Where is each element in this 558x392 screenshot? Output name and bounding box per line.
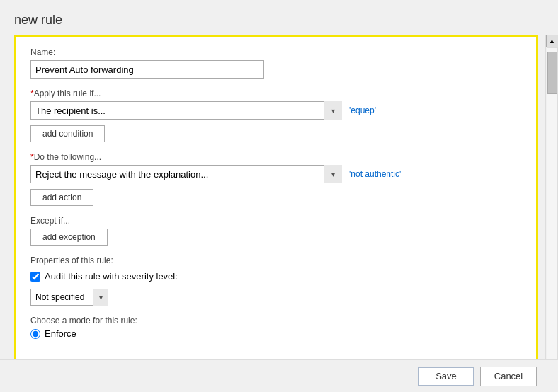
form-area: Name: Apply this rule if... The recipien… bbox=[0, 35, 545, 388]
enforce-radio[interactable] bbox=[30, 329, 40, 339]
enforce-label: Enforce bbox=[45, 328, 76, 339]
audit-checkbox[interactable] bbox=[30, 272, 40, 282]
mode-label: Choose a mode for this rule: bbox=[30, 316, 522, 325]
add-action-button[interactable]: add action bbox=[30, 189, 93, 206]
do-action-select[interactable]: Reject the message with the explanation.… bbox=[30, 165, 342, 183]
apply-condition-dropdown-wrapper: The recipient is... ▾ bbox=[30, 101, 342, 120]
rule-form-box: Name: Apply this rule if... The recipien… bbox=[14, 35, 538, 362]
page-title: new rule bbox=[0, 0, 558, 35]
enforce-radio-row: Enforce bbox=[30, 328, 522, 339]
audit-checkbox-row: Audit this rule with severity level: bbox=[30, 271, 522, 282]
scroll-track bbox=[547, 47, 558, 375]
do-action-row: Reject the message with the explanation.… bbox=[30, 165, 522, 183]
cancel-button[interactable]: Cancel bbox=[480, 367, 537, 386]
mode-section: Choose a mode for this rule: Enforce bbox=[30, 316, 522, 339]
do-action-section: Do the following... Reject the message w… bbox=[30, 152, 522, 206]
add-exception-button[interactable]: add exception bbox=[30, 229, 108, 246]
do-label: Do the following... bbox=[30, 152, 522, 162]
properties-label: Properties of this rule: bbox=[30, 255, 522, 265]
save-button[interactable]: Save bbox=[418, 367, 474, 386]
apply-condition-select[interactable]: The recipient is... bbox=[30, 101, 342, 120]
apply-condition-row: The recipient is... ▾ 'equep' bbox=[30, 101, 522, 120]
apply-label: Apply this rule if... bbox=[30, 88, 522, 98]
name-label: Name: bbox=[30, 47, 522, 57]
do-action-link[interactable]: 'not authentic' bbox=[349, 169, 401, 179]
except-section: Except if... add exception bbox=[30, 216, 522, 246]
properties-section: Properties of this rule: Audit this rule… bbox=[30, 255, 522, 306]
scrollbar: ▲ ▼ bbox=[545, 35, 558, 388]
name-section: Name: bbox=[30, 47, 522, 79]
scroll-thumb[interactable] bbox=[547, 52, 557, 94]
bottom-action-bar: Save Cancel bbox=[0, 359, 558, 392]
do-action-dropdown-wrapper: Reject the message with the explanation.… bbox=[30, 165, 342, 183]
apply-condition-section: Apply this rule if... The recipient is..… bbox=[30, 88, 522, 142]
except-label: Except if... bbox=[30, 216, 522, 226]
name-input[interactable] bbox=[30, 60, 264, 79]
severity-select[interactable]: Not specified Low Medium High bbox=[30, 289, 108, 306]
add-condition-button[interactable]: add condition bbox=[30, 125, 105, 142]
scroll-up-arrow[interactable]: ▲ bbox=[546, 35, 559, 47]
severity-dropdown-wrapper: Not specified Low Medium High ▾ bbox=[30, 289, 108, 306]
audit-label: Audit this rule with severity level: bbox=[45, 271, 178, 282]
apply-condition-link[interactable]: 'equep' bbox=[349, 105, 376, 115]
